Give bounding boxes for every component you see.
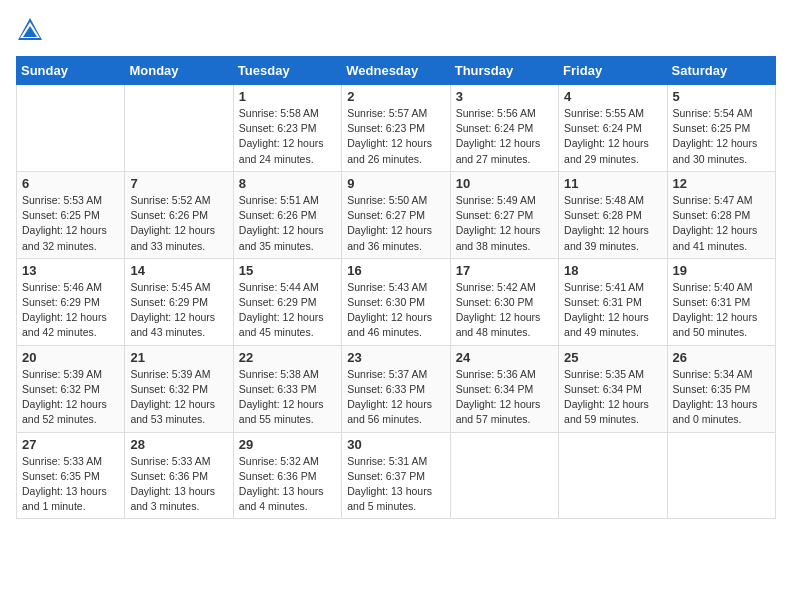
day-detail: Sunrise: 5:57 AM Sunset: 6:23 PM Dayligh… [347, 106, 444, 167]
day-detail: Sunrise: 5:52 AM Sunset: 6:26 PM Dayligh… [130, 193, 227, 254]
day-detail: Sunrise: 5:58 AM Sunset: 6:23 PM Dayligh… [239, 106, 336, 167]
day-number: 10 [456, 176, 553, 191]
calendar-cell: 12Sunrise: 5:47 AM Sunset: 6:28 PM Dayli… [667, 171, 775, 258]
day-detail: Sunrise: 5:37 AM Sunset: 6:33 PM Dayligh… [347, 367, 444, 428]
day-number: 8 [239, 176, 336, 191]
calendar-cell: 25Sunrise: 5:35 AM Sunset: 6:34 PM Dayli… [559, 345, 667, 432]
calendar-cell: 19Sunrise: 5:40 AM Sunset: 6:31 PM Dayli… [667, 258, 775, 345]
day-detail: Sunrise: 5:47 AM Sunset: 6:28 PM Dayligh… [673, 193, 770, 254]
calendar-cell [450, 432, 558, 519]
day-detail: Sunrise: 5:45 AM Sunset: 6:29 PM Dayligh… [130, 280, 227, 341]
day-number: 14 [130, 263, 227, 278]
calendar-cell: 30Sunrise: 5:31 AM Sunset: 6:37 PM Dayli… [342, 432, 450, 519]
day-detail: Sunrise: 5:40 AM Sunset: 6:31 PM Dayligh… [673, 280, 770, 341]
calendar-week-2: 6Sunrise: 5:53 AM Sunset: 6:25 PM Daylig… [17, 171, 776, 258]
day-number: 28 [130, 437, 227, 452]
day-number: 30 [347, 437, 444, 452]
day-number: 11 [564, 176, 661, 191]
day-detail: Sunrise: 5:44 AM Sunset: 6:29 PM Dayligh… [239, 280, 336, 341]
day-detail: Sunrise: 5:56 AM Sunset: 6:24 PM Dayligh… [456, 106, 553, 167]
calendar-cell: 27Sunrise: 5:33 AM Sunset: 6:35 PM Dayli… [17, 432, 125, 519]
day-detail: Sunrise: 5:53 AM Sunset: 6:25 PM Dayligh… [22, 193, 119, 254]
page-header [16, 16, 776, 44]
calendar-cell: 14Sunrise: 5:45 AM Sunset: 6:29 PM Dayli… [125, 258, 233, 345]
day-detail: Sunrise: 5:38 AM Sunset: 6:33 PM Dayligh… [239, 367, 336, 428]
weekday-header-sunday: Sunday [17, 57, 125, 85]
day-number: 23 [347, 350, 444, 365]
day-number: 25 [564, 350, 661, 365]
calendar-cell: 10Sunrise: 5:49 AM Sunset: 6:27 PM Dayli… [450, 171, 558, 258]
calendar-week-4: 20Sunrise: 5:39 AM Sunset: 6:32 PM Dayli… [17, 345, 776, 432]
day-detail: Sunrise: 5:43 AM Sunset: 6:30 PM Dayligh… [347, 280, 444, 341]
calendar-cell: 7Sunrise: 5:52 AM Sunset: 6:26 PM Daylig… [125, 171, 233, 258]
day-number: 2 [347, 89, 444, 104]
day-detail: Sunrise: 5:39 AM Sunset: 6:32 PM Dayligh… [130, 367, 227, 428]
logo [16, 16, 48, 44]
calendar-cell: 15Sunrise: 5:44 AM Sunset: 6:29 PM Dayli… [233, 258, 341, 345]
weekday-header-monday: Monday [125, 57, 233, 85]
day-detail: Sunrise: 5:55 AM Sunset: 6:24 PM Dayligh… [564, 106, 661, 167]
calendar-cell: 1Sunrise: 5:58 AM Sunset: 6:23 PM Daylig… [233, 85, 341, 172]
day-number: 15 [239, 263, 336, 278]
day-number: 4 [564, 89, 661, 104]
day-number: 7 [130, 176, 227, 191]
day-number: 1 [239, 89, 336, 104]
calendar-cell: 16Sunrise: 5:43 AM Sunset: 6:30 PM Dayli… [342, 258, 450, 345]
calendar-week-1: 1Sunrise: 5:58 AM Sunset: 6:23 PM Daylig… [17, 85, 776, 172]
day-number: 9 [347, 176, 444, 191]
weekday-header-row: SundayMondayTuesdayWednesdayThursdayFrid… [17, 57, 776, 85]
day-detail: Sunrise: 5:32 AM Sunset: 6:36 PM Dayligh… [239, 454, 336, 515]
day-detail: Sunrise: 5:41 AM Sunset: 6:31 PM Dayligh… [564, 280, 661, 341]
calendar-cell: 9Sunrise: 5:50 AM Sunset: 6:27 PM Daylig… [342, 171, 450, 258]
day-detail: Sunrise: 5:36 AM Sunset: 6:34 PM Dayligh… [456, 367, 553, 428]
calendar-cell: 3Sunrise: 5:56 AM Sunset: 6:24 PM Daylig… [450, 85, 558, 172]
calendar-cell: 22Sunrise: 5:38 AM Sunset: 6:33 PM Dayli… [233, 345, 341, 432]
calendar-table: SundayMondayTuesdayWednesdayThursdayFrid… [16, 56, 776, 519]
day-detail: Sunrise: 5:48 AM Sunset: 6:28 PM Dayligh… [564, 193, 661, 254]
day-number: 24 [456, 350, 553, 365]
calendar-cell: 26Sunrise: 5:34 AM Sunset: 6:35 PM Dayli… [667, 345, 775, 432]
day-detail: Sunrise: 5:51 AM Sunset: 6:26 PM Dayligh… [239, 193, 336, 254]
day-number: 26 [673, 350, 770, 365]
day-number: 16 [347, 263, 444, 278]
calendar-cell [559, 432, 667, 519]
calendar-cell: 17Sunrise: 5:42 AM Sunset: 6:30 PM Dayli… [450, 258, 558, 345]
calendar-cell: 24Sunrise: 5:36 AM Sunset: 6:34 PM Dayli… [450, 345, 558, 432]
calendar-cell: 20Sunrise: 5:39 AM Sunset: 6:32 PM Dayli… [17, 345, 125, 432]
day-detail: Sunrise: 5:33 AM Sunset: 6:36 PM Dayligh… [130, 454, 227, 515]
day-detail: Sunrise: 5:35 AM Sunset: 6:34 PM Dayligh… [564, 367, 661, 428]
day-number: 6 [22, 176, 119, 191]
day-number: 18 [564, 263, 661, 278]
day-detail: Sunrise: 5:49 AM Sunset: 6:27 PM Dayligh… [456, 193, 553, 254]
day-number: 21 [130, 350, 227, 365]
weekday-header-saturday: Saturday [667, 57, 775, 85]
calendar-cell: 23Sunrise: 5:37 AM Sunset: 6:33 PM Dayli… [342, 345, 450, 432]
day-number: 27 [22, 437, 119, 452]
day-number: 5 [673, 89, 770, 104]
day-number: 12 [673, 176, 770, 191]
calendar-week-3: 13Sunrise: 5:46 AM Sunset: 6:29 PM Dayli… [17, 258, 776, 345]
day-detail: Sunrise: 5:50 AM Sunset: 6:27 PM Dayligh… [347, 193, 444, 254]
day-detail: Sunrise: 5:54 AM Sunset: 6:25 PM Dayligh… [673, 106, 770, 167]
calendar-cell [667, 432, 775, 519]
weekday-header-tuesday: Tuesday [233, 57, 341, 85]
day-detail: Sunrise: 5:46 AM Sunset: 6:29 PM Dayligh… [22, 280, 119, 341]
day-detail: Sunrise: 5:39 AM Sunset: 6:32 PM Dayligh… [22, 367, 119, 428]
calendar-cell: 11Sunrise: 5:48 AM Sunset: 6:28 PM Dayli… [559, 171, 667, 258]
calendar-cell: 6Sunrise: 5:53 AM Sunset: 6:25 PM Daylig… [17, 171, 125, 258]
calendar-cell: 13Sunrise: 5:46 AM Sunset: 6:29 PM Dayli… [17, 258, 125, 345]
day-number: 19 [673, 263, 770, 278]
calendar-cell: 8Sunrise: 5:51 AM Sunset: 6:26 PM Daylig… [233, 171, 341, 258]
weekday-header-thursday: Thursday [450, 57, 558, 85]
calendar-cell: 18Sunrise: 5:41 AM Sunset: 6:31 PM Dayli… [559, 258, 667, 345]
day-detail: Sunrise: 5:33 AM Sunset: 6:35 PM Dayligh… [22, 454, 119, 515]
day-detail: Sunrise: 5:34 AM Sunset: 6:35 PM Dayligh… [673, 367, 770, 428]
calendar-cell [125, 85, 233, 172]
day-number: 22 [239, 350, 336, 365]
day-number: 17 [456, 263, 553, 278]
day-number: 29 [239, 437, 336, 452]
day-detail: Sunrise: 5:42 AM Sunset: 6:30 PM Dayligh… [456, 280, 553, 341]
calendar-cell: 5Sunrise: 5:54 AM Sunset: 6:25 PM Daylig… [667, 85, 775, 172]
day-number: 20 [22, 350, 119, 365]
day-detail: Sunrise: 5:31 AM Sunset: 6:37 PM Dayligh… [347, 454, 444, 515]
